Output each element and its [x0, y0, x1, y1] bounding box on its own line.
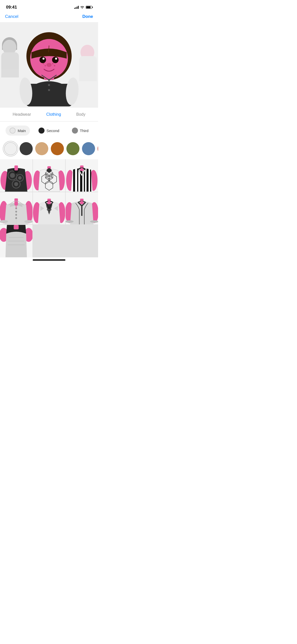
avatar-section	[0, 22, 98, 108]
home-bar	[33, 259, 65, 261]
tab-body[interactable]: Body	[76, 111, 85, 118]
svg-rect-55	[14, 198, 18, 205]
done-button[interactable]: Done	[82, 14, 93, 19]
color-mode-section: Main Second Third	[0, 122, 98, 140]
svg-point-10	[39, 57, 46, 63]
svg-point-5	[48, 84, 50, 86]
swatch-darkgray[interactable]	[20, 142, 33, 155]
status-bar: 09:41	[0, 0, 98, 11]
avatar-side-right	[78, 40, 98, 90]
clothing-svg-3	[66, 159, 98, 192]
status-time: 09:41	[6, 5, 17, 10]
third-color-circle	[72, 128, 78, 134]
signal-icon	[74, 6, 79, 9]
clothing-svg-6	[66, 192, 98, 225]
svg-point-24	[10, 173, 15, 178]
clothing-svg-5	[33, 192, 65, 225]
svg-point-15	[43, 63, 44, 64]
svg-rect-29	[14, 166, 18, 171]
nav-bar: Cancel Done	[0, 11, 98, 22]
svg-point-12	[43, 58, 45, 60]
svg-rect-40	[73, 167, 75, 192]
color-swatches	[0, 140, 98, 159]
svg-point-26	[18, 176, 22, 180]
svg-point-18	[54, 65, 55, 66]
tab-clothing[interactable]: Clothing	[46, 111, 61, 118]
clothing-item-2[interactable]	[33, 159, 65, 192]
clothing-item-3[interactable]	[66, 159, 98, 192]
color-mode-third[interactable]: Third	[68, 126, 93, 136]
second-label: Second	[47, 129, 59, 133]
svg-rect-44	[87, 167, 89, 192]
svg-point-6	[48, 89, 50, 91]
svg-point-11	[52, 57, 59, 63]
svg-point-53	[15, 214, 17, 216]
tab-headwear[interactable]: Headwear	[13, 111, 31, 118]
swatch-white[interactable]	[4, 142, 17, 155]
battery-icon	[86, 6, 92, 9]
svg-point-52	[15, 211, 17, 212]
clothing-item-5[interactable]	[33, 192, 65, 225]
clothing-svg-1	[0, 159, 32, 192]
color-mode-second[interactable]: Second	[34, 126, 63, 136]
category-tabs: Headwear Clothing Body	[0, 108, 98, 122]
svg-point-54	[15, 217, 17, 219]
swatch-brown[interactable]	[51, 142, 64, 155]
clothing-item-7[interactable]	[0, 225, 32, 257]
svg-rect-3	[26, 84, 72, 106]
swatch-red[interactable]	[98, 142, 98, 155]
clothing-svg-7	[0, 225, 32, 257]
swatch-tan[interactable]	[35, 142, 48, 155]
svg-point-28	[14, 182, 18, 186]
svg-point-63	[47, 209, 49, 211]
cancel-button[interactable]: Cancel	[5, 14, 18, 19]
clothing-item-4[interactable]	[0, 192, 32, 225]
main-color-circle	[10, 128, 16, 134]
clothing-grid	[0, 159, 98, 257]
avatar-svg	[16, 23, 82, 106]
swatch-blue[interactable]	[82, 142, 95, 155]
status-icons	[74, 6, 92, 9]
svg-point-65	[48, 211, 50, 213]
clothing-item-1[interactable]	[0, 159, 32, 192]
svg-point-16	[45, 65, 46, 66]
svg-point-14	[47, 63, 52, 67]
main-label: Main	[18, 129, 26, 133]
clothing-svg-4	[0, 192, 32, 225]
svg-rect-41	[77, 167, 78, 192]
home-indicator	[0, 257, 98, 263]
third-label: Third	[80, 129, 89, 133]
svg-point-17	[52, 63, 54, 64]
wifi-icon	[80, 6, 84, 9]
svg-point-64	[49, 209, 51, 211]
swatch-olive[interactable]	[66, 142, 79, 155]
color-mode-main[interactable]: Main	[6, 126, 30, 136]
svg-point-13	[55, 58, 57, 60]
second-color-circle	[38, 128, 45, 134]
svg-point-9	[30, 39, 68, 78]
clothing-item-6[interactable]	[66, 192, 98, 225]
svg-rect-76	[14, 225, 19, 229]
clothing-svg-2	[33, 159, 65, 192]
avatar-center	[16, 22, 82, 108]
